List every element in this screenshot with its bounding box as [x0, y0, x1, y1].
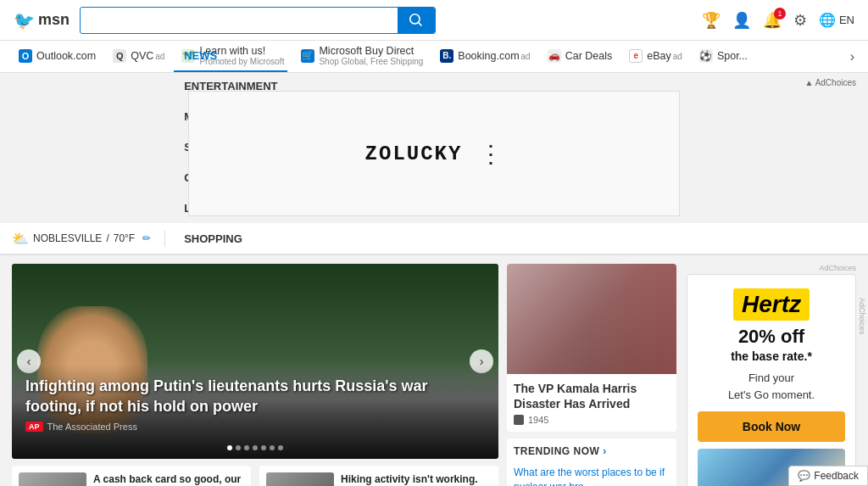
ad-banner-inner: ZOLUCKY ⋮ — [348, 123, 520, 185]
side-article-body: The VP Kamala Harris Disaster Has Arrive… — [507, 374, 676, 432]
bottom-card-image-1 — [266, 472, 334, 486]
trending-header: TRENDING NOW › — [514, 445, 670, 457]
quicklink-cardeals[interactable]: 🚗 Car Deals — [539, 41, 621, 73]
weather-icon: ⛅ — [12, 231, 29, 247]
quicklink-sport[interactable]: ⚽ Spor... — [691, 41, 756, 73]
hero-source-label: The Associated Press — [47, 422, 137, 432]
quicklink-ebay-label: eBayad — [647, 50, 682, 62]
search-icon — [409, 14, 423, 27]
hertz-ad[interactable]: Hertz 20% off the base rate.* Find your … — [687, 274, 856, 486]
ad-dots: ⋮ — [479, 140, 503, 168]
quicklink-qvc-label: QVCad — [131, 50, 164, 62]
account-icon[interactable]: 👤 — [732, 11, 751, 30]
feedback-button[interactable]: 💬 Feedback — [788, 466, 868, 486]
adchoices-label: ▲ AdChoices — [0, 76, 868, 87]
weather-separator: / — [106, 232, 108, 244]
carousel-dot-1[interactable] — [236, 445, 241, 450]
carousel-dot-6[interactable] — [278, 445, 283, 450]
bottom-card-text-0: A cash back card so good, our experts ha… — [93, 472, 244, 486]
quicklink-booking[interactable]: B. Booking.comad — [431, 41, 538, 73]
outlook-icon: O — [19, 49, 32, 63]
nav-news[interactable]: NEWS — [174, 40, 287, 72]
msn-logo-text: msn — [38, 11, 70, 29]
right-column: AdChoices Hertz 20% off the base rate.* … — [687, 264, 856, 486]
bottom-card-0[interactable]: A cash back card so good, our experts ha… — [12, 466, 251, 486]
carousel-dot-0[interactable] — [227, 445, 232, 450]
hertz-headline-2: the base rate.* — [698, 349, 845, 363]
main-content: ‹ › Infighting among Putin's lieutenants… — [0, 255, 868, 486]
top-icons: 🏆 👤 🔔1 ⚙ 🌐 EN — [702, 11, 854, 30]
language-label: EN — [839, 14, 854, 26]
hertz-sub-text: Find your Let's Go moment. — [698, 370, 845, 403]
quicklink-outlook-label: Outlook.com — [36, 50, 96, 62]
microsoft-icon: 🛒 — [301, 49, 314, 63]
carousel-dots — [227, 445, 283, 450]
quicklink-microsoft-label: Microsoft Buy DirectShop Global, Free Sh… — [319, 45, 423, 66]
booking-icon: B. — [440, 49, 453, 63]
left-column: ‹ › Infighting among Putin's lieutenants… — [12, 264, 498, 486]
side-article-meta: 1945 — [514, 415, 670, 425]
weather-edit-icon[interactable]: ✏ — [142, 232, 151, 244]
search-button[interactable] — [398, 8, 435, 33]
hero-title: Infighting among Putin's lieutenants hur… — [25, 377, 485, 416]
carousel-dot-2[interactable] — [244, 445, 249, 450]
hertz-brand: Hertz — [733, 288, 810, 321]
hertz-book-button[interactable]: Book Now — [698, 411, 845, 442]
search-input[interactable] — [81, 8, 398, 32]
msn-logo[interactable]: 🐦 msn — [14, 10, 70, 31]
carousel-dot-3[interactable] — [253, 445, 258, 450]
ad-logo-text: ZOLUCKY — [365, 142, 463, 165]
bottom-strip: A cash back card so good, our experts ha… — [12, 466, 498, 486]
trophy-icon[interactable]: 🏆 — [702, 11, 721, 30]
ad-choices-right: AdChoices — [687, 264, 856, 272]
trending-section: TRENDING NOW › What are the worst places… — [507, 439, 676, 486]
qvc-icon: Q — [113, 49, 126, 63]
quicklink-qvc[interactable]: Q QVCad — [104, 41, 173, 73]
side-meta-icon — [514, 415, 524, 425]
trending-link-0[interactable]: What are the worst places to be if nucle… — [514, 462, 670, 486]
sport-icon: ⚽ — [699, 49, 713, 63]
quicklink-microsoft[interactable]: 🛒 Microsoft Buy DirectShop Global, Free … — [292, 41, 431, 73]
notification-badge: 1 — [774, 8, 786, 20]
carousel-dot-4[interactable] — [261, 445, 266, 450]
cardeals-icon: 🚗 — [548, 49, 561, 63]
bottom-card-1[interactable]: Hiking activity isn't working. That leav… — [259, 466, 498, 486]
ap-badge: AP — [25, 422, 43, 432]
ebay-icon: e — [629, 49, 643, 63]
quick-links-bar: O Outlook.com Q QVCad 🌱 Learn with us!Pr… — [0, 41, 868, 73]
hero-article[interactable]: ‹ › Infighting among Putin's lieutenants… — [12, 264, 498, 459]
side-article[interactable]: The VP Kamala Harris Disaster Has Arrive… — [507, 264, 676, 432]
notifications-icon[interactable]: 🔔1 — [763, 11, 782, 30]
hero-source: AP The Associated Press — [25, 422, 485, 432]
bottom-card-image-0 — [19, 472, 86, 486]
trending-label: TRENDING NOW — [514, 445, 599, 457]
quicklink-ebay[interactable]: e eBayad — [620, 41, 691, 73]
side-article-count: 1945 — [528, 415, 548, 425]
language-selector[interactable]: 🌐 EN — [819, 12, 854, 28]
side-article-title: The VP Kamala Harris Disaster Has Arrive… — [514, 381, 670, 411]
side-article-image — [507, 264, 676, 374]
globe-icon: 🌐 — [819, 12, 836, 28]
quicklink-booking-label: Booking.comad — [458, 50, 530, 62]
quicklinks-chevron[interactable]: › — [847, 49, 858, 64]
center-column: The VP Kamala Harris Disaster Has Arrive… — [507, 264, 676, 486]
search-bar — [80, 7, 436, 34]
carousel-dot-5[interactable] — [270, 445, 275, 450]
settings-icon[interactable]: ⚙ — [793, 11, 807, 30]
msn-bird-icon: 🐦 — [14, 10, 35, 31]
weather-temp: 70°F — [114, 232, 135, 244]
hertz-brand-text: Hertz — [742, 291, 801, 317]
weather-city: NOBLESVILLE — [33, 232, 102, 244]
hertz-headline-1: 20% off — [698, 326, 845, 348]
trending-arrow-icon: › — [603, 445, 607, 457]
adchoices-side-label: AdChoices — [858, 298, 866, 335]
ad-banner[interactable]: ZOLUCKY ⋮ — [188, 91, 680, 216]
top-bar: 🐦 msn 🏆 👤 🔔1 ⚙ 🌐 EN — [0, 0, 868, 41]
quicklink-outlook[interactable]: O Outlook.com — [10, 41, 104, 73]
bottom-card-text-1: Hiking activity isn't working. That leav… — [341, 472, 492, 486]
ad-banner-wrap: ▲ AdChoices ZOLUCKY ⋮ — [0, 73, 868, 223]
quicklink-sport-label: Spor... — [717, 50, 748, 62]
nav-bar: ⛅ NOBLESVILLE / 70°F ✏ NEWS ENTERTAINMEN… — [0, 223, 868, 255]
nav-shopping[interactable]: SHOPPING — [174, 223, 287, 255]
weather-badge: ⛅ NOBLESVILLE / 70°F ✏ — [12, 231, 165, 247]
